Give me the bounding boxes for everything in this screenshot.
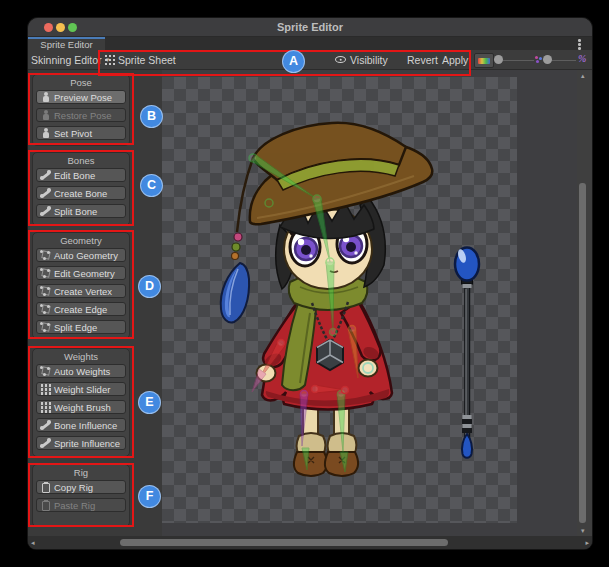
tab-bar: Sprite Editor <box>28 37 592 50</box>
scroll-right-icon[interactable]: ▸ <box>585 539 589 546</box>
sprite-sheet-button[interactable]: Sprite Sheet <box>104 50 176 69</box>
apply-label: Apply <box>442 54 468 66</box>
edit-bone-button[interactable]: Edit Bone <box>36 168 126 182</box>
restore-pose-label: Restore Pose <box>54 110 112 121</box>
auto-weights-icon <box>40 366 51 377</box>
rgb-strip-icon <box>478 58 490 64</box>
auto-geometry-label: Auto Geometry <box>54 250 118 261</box>
window-title: Sprite Editor <box>28 18 592 36</box>
bone-influence-icon <box>40 420 51 431</box>
split-bone-label: Split Bone <box>54 206 97 217</box>
copy-rig-button[interactable]: Copy Rig <box>36 480 126 494</box>
weight-slider-button[interactable]: Weight Slider <box>36 382 126 396</box>
rgb-alpha-toggle[interactable] <box>474 53 494 68</box>
paste-rig-label: Paste Rig <box>54 500 95 511</box>
split-bone-button[interactable]: Split Bone <box>36 204 126 218</box>
panel-geometry-title: Geometry <box>33 233 129 248</box>
scroll-up-icon[interactable]: ▴ <box>581 72 585 79</box>
restore-pose-button[interactable]: Restore Pose <box>36 108 126 122</box>
sprite-editor-window: Sprite Editor Sprite Editor Skinning Edi… <box>28 18 592 549</box>
edit-geometry-icon <box>40 268 51 279</box>
tool-sidebar: Pose Preview Pose Restore Pose Set Pivot… <box>28 70 162 536</box>
edit-bone-icon <box>40 170 51 181</box>
weight-slider-icon <box>40 384 51 395</box>
opacity-slider-thumb[interactable] <box>543 55 552 64</box>
split-bone-icon <box>40 206 51 217</box>
set-pivot-label: Set Pivot <box>54 128 92 139</box>
staff-sprite <box>455 248 479 458</box>
auto-geometry-icon <box>40 250 51 261</box>
sprite-influence-label: Sprite Influence <box>54 438 120 449</box>
toolbar: Skinning Editor ▾ Sprite Sheet Visibilit… <box>28 50 592 70</box>
overlay-slider-thumb[interactable] <box>494 55 503 64</box>
horizontal-scrollbar-thumb[interactable] <box>120 539 448 546</box>
visibility-label: Visibility <box>350 54 388 66</box>
skinning-editor-dropdown[interactable]: Skinning Editor ▾ <box>31 50 109 69</box>
bone-influence-label: Bone Influence <box>54 420 117 431</box>
set-pivot-button[interactable]: Set Pivot <box>36 126 126 140</box>
scroll-down-icon[interactable]: ▾ <box>581 527 585 534</box>
revert-button[interactable]: Revert <box>407 50 438 69</box>
screenshot-root: Sprite Editor Sprite Editor Skinning Edi… <box>0 0 609 567</box>
revert-label: Revert <box>407 54 438 66</box>
panel-rig: Rig Copy Rig Paste Rig <box>32 464 130 527</box>
auto-weights-label: Auto Weights <box>54 366 110 377</box>
create-edge-label: Create Edge <box>54 304 107 315</box>
create-edge-button[interactable]: Create Edge <box>36 302 126 316</box>
create-bone-label: Create Bone <box>54 188 107 199</box>
panel-bones: Bones Edit Bone Create Bone Split Bone <box>32 152 130 226</box>
sprite-influence-button[interactable]: Sprite Influence <box>36 436 126 450</box>
split-edge-button[interactable]: Split Edge <box>36 320 126 334</box>
vertical-scrollbar-thumb[interactable] <box>579 183 586 523</box>
vertical-scrollbar[interactable]: ▴ ▾ <box>577 70 592 536</box>
copy-rig-icon <box>40 482 51 493</box>
bone-color-icon <box>534 55 543 64</box>
tab-sprite-editor[interactable]: Sprite Editor <box>28 37 105 50</box>
visibility-button[interactable]: Visibility <box>335 50 388 69</box>
auto-geometry-button[interactable]: Auto Geometry <box>36 248 126 262</box>
paste-rig-button[interactable]: Paste Rig <box>36 498 126 512</box>
kebab-menu-icon[interactable] <box>574 39 584 50</box>
bone-influence-button[interactable]: Bone Influence <box>36 418 126 432</box>
panel-weights: Weights Auto Weights Weight Slider Weigh… <box>32 348 130 457</box>
sprite-sheet-label: Sprite Sheet <box>118 54 176 66</box>
paste-rig-icon <box>40 500 51 511</box>
panel-pose-title: Pose <box>33 75 129 90</box>
panel-pose: Pose Preview Pose Restore Pose Set Pivot <box>32 74 130 146</box>
mesh-opacity-icon: % <box>578 53 586 64</box>
preview-pose-label: Preview Pose <box>54 92 112 103</box>
apply-button[interactable]: Apply <box>442 50 468 69</box>
feather-charm <box>221 233 249 322</box>
skinning-editor-dropdown-label: Skinning Editor <box>31 54 102 66</box>
create-vertex-icon <box>40 286 51 297</box>
create-bone-button[interactable]: Create Bone <box>36 186 126 200</box>
create-vertex-label: Create Vertex <box>54 286 112 297</box>
create-vertex-button[interactable]: Create Vertex <box>36 284 126 298</box>
panel-geometry: Geometry Auto Geometry Edit Geometry Cre… <box>32 232 130 339</box>
split-edge-label: Split Edge <box>54 322 97 333</box>
sprite-canvas[interactable] <box>162 70 577 536</box>
auto-weights-button[interactable]: Auto Weights <box>36 364 126 378</box>
weight-brush-button[interactable]: Weight Brush <box>36 400 126 414</box>
sprite-influence-icon <box>40 438 51 449</box>
window-titlebar[interactable]: Sprite Editor <box>28 18 592 37</box>
sprite-sheet-icon <box>104 54 115 65</box>
edit-geometry-button[interactable]: Edit Geometry <box>36 266 126 280</box>
weight-brush-icon <box>40 402 51 413</box>
editor-content: Pose Preview Pose Restore Pose Set Pivot… <box>28 70 592 536</box>
create-bone-icon <box>40 188 51 199</box>
panel-weights-title: Weights <box>33 349 129 364</box>
overlay-slider-track[interactable] <box>498 60 534 62</box>
preview-pose-button[interactable]: Preview Pose <box>36 90 126 104</box>
create-edge-icon <box>40 304 51 315</box>
horizontal-scrollbar[interactable]: ◂ ▸ <box>28 536 592 549</box>
panel-bones-title: Bones <box>33 153 129 168</box>
scroll-left-icon[interactable]: ◂ <box>31 539 35 546</box>
eye-icon <box>335 56 346 63</box>
weight-slider-label: Weight Slider <box>54 384 110 395</box>
edit-bone-label: Edit Bone <box>54 170 95 181</box>
character-sprite <box>162 77 517 523</box>
restore-pose-icon <box>40 110 51 121</box>
copy-rig-label: Copy Rig <box>54 482 93 493</box>
panel-rig-title: Rig <box>33 465 129 480</box>
